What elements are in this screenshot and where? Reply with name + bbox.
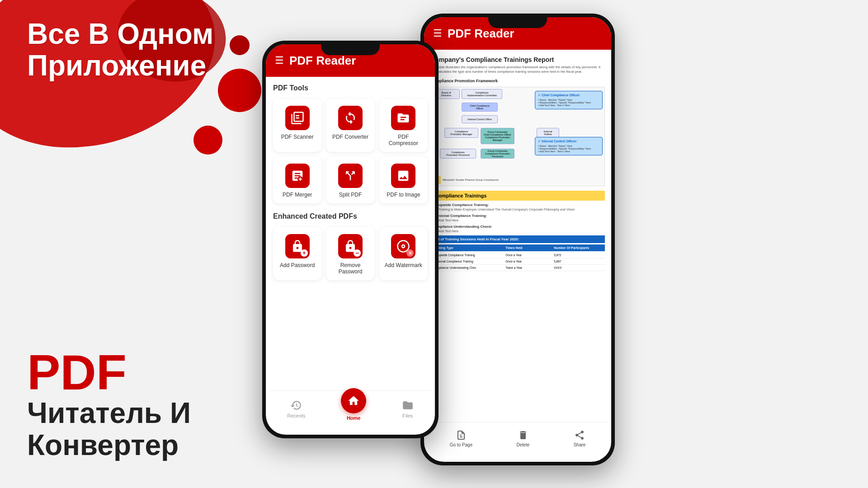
tool-add-password[interactable]: + Add Password — [273, 227, 321, 280]
merger-icon — [291, 169, 304, 183]
org-chart: Board ofDirectors ComplianceImplementati… — [430, 87, 605, 186]
row-0-times: Once a Year — [505, 253, 554, 257]
compressor-label: PDF Compressor — [383, 134, 424, 146]
training-items-list: Groupwide Compliance Training: Training … — [430, 203, 605, 233]
tool-compressor[interactable]: PDF Compressor — [379, 99, 428, 152]
phone-right-mockup: ☰ PDF Reader Company's Compliance Traini… — [420, 14, 615, 465]
pdf-tools-grid: PDF Scanner PDF Converter — [273, 99, 428, 203]
company-logo-area: Mitsubishi Tanabe Pharma Group Constitue… — [433, 176, 499, 184]
tool-split[interactable]: Split PDF — [326, 156, 374, 203]
training-item-2: Compliance Understanding Check: Add Text… — [430, 225, 605, 233]
phone-notch-left — [321, 41, 380, 55]
merger-label: PDF Merger — [283, 192, 312, 198]
pdf-label: PDF — [27, 347, 249, 397]
left-section: Все В Одном Приложение PDF Читатель И Ко… — [0, 0, 271, 488]
training-item-1-sub: Add Text Here — [432, 219, 605, 222]
row-2-times: Twice a Year — [505, 266, 554, 269]
training-item-2-sub: Add Text Here — [432, 230, 605, 233]
bottom-nav-right: Go to Page Delete Share — [428, 422, 608, 458]
pdf-doc-subtitle: This slide illustrates the organization'… — [430, 65, 605, 74]
training-item-2-title: Compliance Understanding Check: — [432, 225, 492, 229]
remove-minus-badge: − — [354, 249, 361, 257]
scanner-icon — [291, 111, 304, 125]
scanner-label: PDF Scanner — [281, 134, 314, 140]
training-item-0: Groupwide Compliance Training: Training … — [430, 203, 605, 211]
nav-home[interactable]: Home — [341, 397, 366, 421]
bottom-text: PDF Читатель И Конвертер — [27, 347, 249, 461]
org-cco: Chief ComplianceOfficer — [462, 103, 498, 112]
col-header-participants: Number Of Participants — [554, 246, 602, 249]
converter-icon — [344, 111, 357, 125]
phone-screen-right: ☰ PDF Reader Company's Compliance Traini… — [424, 17, 611, 462]
pdf-document-view: Company's Compliance Trainings Report Th… — [424, 50, 611, 426]
col-header-type: Training Type — [433, 246, 505, 249]
files-nav-label: Files — [402, 413, 413, 418]
row-0-participants: 5,872 — [554, 253, 602, 257]
row-2-participants: XXXX — [554, 266, 602, 269]
tool-merger[interactable]: PDF Merger — [273, 156, 321, 203]
training-item-1-title: Divisional Compliance Training: — [432, 214, 487, 218]
merger-icon-wrap — [285, 164, 310, 188]
scanner-icon-wrap — [285, 106, 310, 130]
tool-converter[interactable]: PDF Converter — [326, 99, 374, 152]
tool-add-watermark[interactable]: ✕ Add Watermark — [379, 227, 428, 280]
tool-to-image[interactable]: PDF to Image — [379, 156, 428, 203]
add-plus-badge: + — [301, 249, 308, 257]
home-icon — [347, 394, 360, 407]
split-icon — [344, 169, 357, 183]
recents-icon — [290, 399, 302, 411]
hamburger-icon-right[interactable]: ☰ — [433, 28, 442, 38]
home-button[interactable] — [341, 388, 366, 413]
bottom-nav-left: Recents Home Files — [269, 390, 431, 431]
pdf-doc-title: Company's Compliance Trainings Report — [430, 56, 605, 63]
nav-recents[interactable]: Recents — [287, 399, 305, 418]
nav-files[interactable]: Files — [402, 399, 414, 418]
nav-delete[interactable]: Delete — [516, 430, 529, 447]
phone-screen-left: ☰ PDF Reader PDF Tools PDF Scanner — [266, 44, 435, 435]
enhanced-label: Enhanced Created PDFs — [273, 212, 428, 221]
org-group-companies: Group CompaniesChief Compliance OfficerC… — [481, 128, 514, 144]
files-icon — [402, 399, 414, 411]
split-label: Split PDF — [339, 192, 362, 198]
pdf-framework-title: Compliance Promotion Framework — [430, 79, 605, 83]
converter-icon-wrap — [338, 106, 363, 130]
training-table-header: Training Type Times Held Number Of Parti… — [430, 244, 605, 251]
table-header-row: List of Training Sessions Held In Fiscal… — [430, 235, 605, 243]
table-row-2: Compliance Understanding Chec Twice a Ye… — [430, 265, 605, 271]
app-content-left: PDF Tools PDF Scanner — [266, 77, 435, 394]
training-item-0-sub: Training to Make Employee Understand The… — [432, 208, 605, 211]
tool-scanner[interactable]: PDF Scanner — [273, 99, 321, 152]
compressor-icon-wrap — [391, 106, 415, 130]
training-item-0-title: Groupwide Compliance Training: — [432, 203, 489, 207]
add-password-label: Add Password — [280, 262, 315, 268]
pdf-tools-label: PDF Tools — [273, 84, 428, 92]
app-title-right: PDF Reader — [448, 27, 514, 41]
callout-internal-control: ✓ Internal Control Officer: • Name : Men… — [535, 137, 603, 155]
remove-password-label: Remove Password — [330, 262, 371, 275]
org-compliance-impl: ComplianceImplementation Committee — [462, 89, 502, 99]
headline-text: Все В Одном Приложение — [27, 18, 249, 82]
training-item-1: Divisional Compliance Training: Add Text… — [430, 214, 605, 222]
enhanced-tools-grid: + Add Password − Remove Password — [273, 227, 428, 280]
org-group-personnel: Group CompaniesCompliance Promotion Pers… — [481, 149, 514, 159]
nav-go-to-page[interactable]: Go to Page — [450, 430, 473, 447]
go-to-page-icon — [456, 430, 467, 441]
org-promotion-personnel: CompliancePromotion Personnel — [440, 149, 476, 159]
to-image-icon — [396, 169, 410, 183]
org-internal-hotline: InternalHotline — [537, 128, 559, 138]
share-icon — [574, 430, 585, 441]
hamburger-icon-left[interactable]: ☰ — [275, 56, 284, 66]
row-1-type: Divisional Compliance Training — [433, 260, 505, 263]
delete-icon — [518, 430, 528, 441]
share-label: Share — [574, 442, 586, 447]
row-2-type: Compliance Understanding Chec — [433, 266, 505, 269]
org-internal-control: Internal Control Office — [462, 115, 498, 123]
headline: Все В Одном Приложение — [27, 18, 249, 82]
add-watermark-icon-wrap: ✕ — [391, 234, 415, 258]
tool-remove-password[interactable]: − Remove Password — [326, 227, 374, 280]
col-header-times: Times Held — [505, 246, 554, 249]
converter-label: PDF Converter — [332, 134, 368, 140]
phone-notch-right — [488, 14, 547, 28]
nav-share[interactable]: Share — [574, 430, 586, 447]
to-image-icon-wrap — [391, 164, 415, 188]
